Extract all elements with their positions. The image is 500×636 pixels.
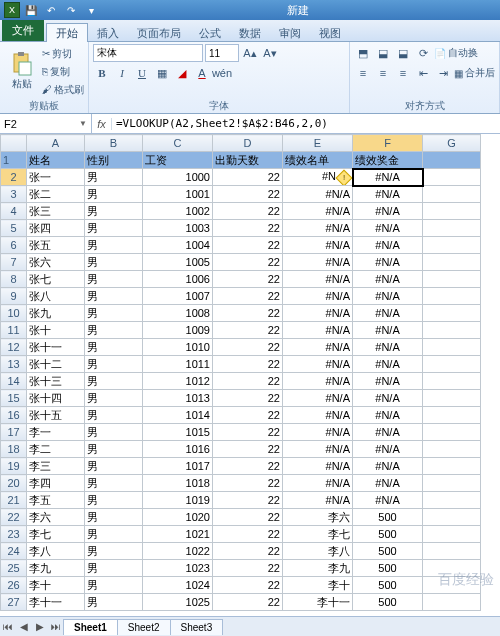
sheet-tab[interactable]: Sheet2	[117, 619, 171, 635]
cell[interactable]: #N/A	[353, 220, 423, 237]
cell[interactable]: 男	[85, 186, 143, 203]
format-painter-button[interactable]: 🖌格式刷	[42, 81, 84, 99]
cell[interactable]: 500	[353, 577, 423, 594]
row-header[interactable]: 6	[1, 237, 27, 254]
col-header[interactable]: E	[283, 135, 353, 152]
cell[interactable]	[423, 254, 481, 271]
cell[interactable]: 22	[213, 203, 283, 220]
cell[interactable]: 性别	[85, 152, 143, 169]
cell[interactable]: 1012	[143, 373, 213, 390]
cell[interactable]: 男	[85, 577, 143, 594]
cell[interactable]	[423, 186, 481, 203]
cell[interactable]: #N/A	[283, 322, 353, 339]
cell[interactable]: 张十	[27, 322, 85, 339]
row-header[interactable]: 15	[1, 390, 27, 407]
cell[interactable]: 男	[85, 560, 143, 577]
cell[interactable]: 男	[85, 475, 143, 492]
cell[interactable]: #N/A	[283, 220, 353, 237]
error-indicator-icon[interactable]: !	[336, 169, 353, 185]
cell[interactable]: 1014	[143, 407, 213, 424]
cell[interactable]: 1008	[143, 305, 213, 322]
row-header[interactable]: 3	[1, 186, 27, 203]
cell[interactable]: #N/A	[353, 288, 423, 305]
cell[interactable]: 张七	[27, 271, 85, 288]
cell[interactable]: #N/A	[283, 203, 353, 220]
fill-color-button[interactable]: ◢	[173, 64, 191, 82]
tab-公式[interactable]: 公式	[190, 24, 230, 42]
undo-button[interactable]: ↶	[42, 2, 60, 18]
cell[interactable]: #N/A	[353, 424, 423, 441]
merge-button[interactable]: ▦合并后	[454, 64, 495, 82]
worksheet-grid[interactable]: A B C D E F G 1姓名性别工资出勤天数绩效名单绩效奖金2张一男100…	[0, 134, 500, 611]
cell[interactable]: 李十一	[27, 594, 85, 611]
tab-file[interactable]: 文件	[2, 20, 44, 41]
align-bottom-button[interactable]: ⬓	[394, 44, 412, 62]
cell[interactable]	[423, 509, 481, 526]
cell[interactable]: #N/A	[353, 305, 423, 322]
qat-dropdown[interactable]: ▾	[82, 2, 100, 18]
cell[interactable]: 男	[85, 220, 143, 237]
align-right-button[interactable]: ≡	[394, 64, 412, 82]
font-size-select[interactable]	[205, 44, 239, 62]
cell[interactable]	[423, 526, 481, 543]
cell[interactable]: 李二	[27, 441, 85, 458]
cell[interactable]: 22	[213, 271, 283, 288]
cell[interactable]	[423, 390, 481, 407]
cell[interactable]: #N/A	[283, 305, 353, 322]
cell[interactable]: 李六	[27, 509, 85, 526]
tab-审阅[interactable]: 审阅	[270, 24, 310, 42]
cell[interactable]: 姓名	[27, 152, 85, 169]
cell[interactable]: 张四	[27, 220, 85, 237]
cell[interactable]	[423, 492, 481, 509]
cell[interactable]: 22	[213, 254, 283, 271]
cell[interactable]	[423, 577, 481, 594]
cell[interactable]: 男	[85, 322, 143, 339]
row-header[interactable]: 2	[1, 169, 27, 186]
cell[interactable]: 22	[213, 543, 283, 560]
row-header[interactable]: 21	[1, 492, 27, 509]
row-header[interactable]: 24	[1, 543, 27, 560]
cell[interactable]: 1003	[143, 220, 213, 237]
cell[interactable]: 张六	[27, 254, 85, 271]
cell[interactable]: 李七	[283, 526, 353, 543]
cell[interactable]: #N/A	[283, 492, 353, 509]
cell[interactable]	[423, 271, 481, 288]
cell[interactable]: 李六	[283, 509, 353, 526]
cell[interactable]: 22	[213, 560, 283, 577]
tab-视图[interactable]: 视图	[310, 24, 350, 42]
row-header[interactable]: 11	[1, 322, 27, 339]
cell[interactable]: 22	[213, 373, 283, 390]
cell[interactable]	[423, 475, 481, 492]
align-center-button[interactable]: ≡	[374, 64, 392, 82]
cell[interactable]	[423, 560, 481, 577]
row-header[interactable]: 12	[1, 339, 27, 356]
cell[interactable]: #N/A	[283, 407, 353, 424]
cell[interactable]: 22	[213, 594, 283, 611]
cell[interactable]: #N/A	[283, 475, 353, 492]
cell[interactable]: #N/A	[283, 356, 353, 373]
cell[interactable]: 22	[213, 424, 283, 441]
cell[interactable]: #N/A	[283, 441, 353, 458]
underline-button[interactable]: U	[133, 64, 151, 82]
row-header[interactable]: 10	[1, 305, 27, 322]
cell[interactable]: 李一	[27, 424, 85, 441]
cell[interactable]: 男	[85, 339, 143, 356]
sheet-tab[interactable]: Sheet3	[170, 619, 224, 635]
cell[interactable]: #N/A	[353, 203, 423, 220]
cell[interactable]: 张九	[27, 305, 85, 322]
font-name-select[interactable]	[93, 44, 203, 62]
sheet-tab[interactable]: Sheet1	[63, 619, 118, 635]
row-header[interactable]: 27	[1, 594, 27, 611]
cell[interactable]: 男	[85, 509, 143, 526]
sheet-nav-first[interactable]: ⏮	[0, 621, 16, 632]
cell[interactable]	[423, 594, 481, 611]
cell[interactable]: 张三	[27, 203, 85, 220]
cell[interactable]: 张二	[27, 186, 85, 203]
cell[interactable]: 1011	[143, 356, 213, 373]
redo-button[interactable]: ↷	[62, 2, 80, 18]
cell[interactable]: 1015	[143, 424, 213, 441]
cell[interactable]: 1001	[143, 186, 213, 203]
cell[interactable]: 李七	[27, 526, 85, 543]
cell[interactable]: #N/A	[353, 373, 423, 390]
save-button[interactable]: 💾	[22, 2, 40, 18]
